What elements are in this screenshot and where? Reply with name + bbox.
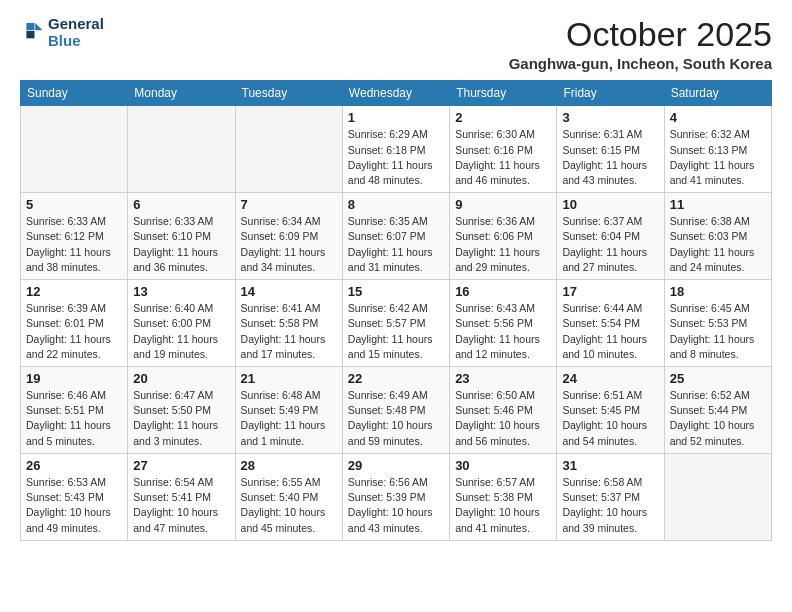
day-number: 31 <box>562 458 658 473</box>
calendar-cell: 11 Sunrise: 6:38 AMSunset: 6:03 PMDaylig… <box>664 193 771 280</box>
page: General Blue October 2025 Ganghwa-gun, I… <box>0 0 792 551</box>
day-info: Sunrise: 6:48 AMSunset: 5:49 PMDaylight:… <box>241 389 326 447</box>
logo-icon <box>22 20 44 42</box>
day-info: Sunrise: 6:37 AMSunset: 6:04 PMDaylight:… <box>562 215 647 273</box>
calendar-cell: 16 Sunrise: 6:43 AMSunset: 5:56 PMDaylig… <box>450 280 557 367</box>
day-info: Sunrise: 6:50 AMSunset: 5:46 PMDaylight:… <box>455 389 540 447</box>
calendar-cell: 4 Sunrise: 6:32 AMSunset: 6:13 PMDayligh… <box>664 106 771 193</box>
calendar-cell: 18 Sunrise: 6:45 AMSunset: 5:53 PMDaylig… <box>664 280 771 367</box>
location: Ganghwa-gun, Incheon, South Korea <box>509 55 772 72</box>
calendar-cell <box>21 106 128 193</box>
calendar-week-row: 19 Sunrise: 6:46 AMSunset: 5:51 PMDaylig… <box>21 367 772 454</box>
day-info: Sunrise: 6:29 AMSunset: 6:18 PMDaylight:… <box>348 128 433 186</box>
calendar-week-row: 1 Sunrise: 6:29 AMSunset: 6:18 PMDayligh… <box>21 106 772 193</box>
title-block: October 2025 Ganghwa-gun, Incheon, South… <box>509 16 772 72</box>
calendar-cell: 13 Sunrise: 6:40 AMSunset: 6:00 PMDaylig… <box>128 280 235 367</box>
day-number: 4 <box>670 110 766 125</box>
day-info: Sunrise: 6:54 AMSunset: 5:41 PMDaylight:… <box>133 476 218 534</box>
day-number: 21 <box>241 371 337 386</box>
calendar-cell: 7 Sunrise: 6:34 AMSunset: 6:09 PMDayligh… <box>235 193 342 280</box>
day-number: 12 <box>26 284 122 299</box>
calendar-week-row: 12 Sunrise: 6:39 AMSunset: 6:01 PMDaylig… <box>21 280 772 367</box>
day-number: 19 <box>26 371 122 386</box>
logo: General Blue <box>20 16 104 49</box>
day-header-monday: Monday <box>128 81 235 106</box>
calendar-week-row: 26 Sunrise: 6:53 AMSunset: 5:43 PMDaylig… <box>21 453 772 540</box>
calendar-cell: 10 Sunrise: 6:37 AMSunset: 6:04 PMDaylig… <box>557 193 664 280</box>
day-number: 22 <box>348 371 444 386</box>
calendar-cell: 1 Sunrise: 6:29 AMSunset: 6:18 PMDayligh… <box>342 106 449 193</box>
day-number: 27 <box>133 458 229 473</box>
calendar-header-row: SundayMondayTuesdayWednesdayThursdayFrid… <box>21 81 772 106</box>
day-number: 13 <box>133 284 229 299</box>
day-info: Sunrise: 6:38 AMSunset: 6:03 PMDaylight:… <box>670 215 755 273</box>
calendar-cell: 9 Sunrise: 6:36 AMSunset: 6:06 PMDayligh… <box>450 193 557 280</box>
calendar-cell: 17 Sunrise: 6:44 AMSunset: 5:54 PMDaylig… <box>557 280 664 367</box>
day-info: Sunrise: 6:56 AMSunset: 5:39 PMDaylight:… <box>348 476 433 534</box>
calendar-cell: 20 Sunrise: 6:47 AMSunset: 5:50 PMDaylig… <box>128 367 235 454</box>
day-number: 2 <box>455 110 551 125</box>
logo-line1: General <box>48 16 104 33</box>
calendar-cell: 19 Sunrise: 6:46 AMSunset: 5:51 PMDaylig… <box>21 367 128 454</box>
calendar-cell <box>664 453 771 540</box>
calendar-cell: 3 Sunrise: 6:31 AMSunset: 6:15 PMDayligh… <box>557 106 664 193</box>
calendar-cell: 8 Sunrise: 6:35 AMSunset: 6:07 PMDayligh… <box>342 193 449 280</box>
day-number: 3 <box>562 110 658 125</box>
day-header-tuesday: Tuesday <box>235 81 342 106</box>
day-info: Sunrise: 6:46 AMSunset: 5:51 PMDaylight:… <box>26 389 111 447</box>
calendar-cell: 14 Sunrise: 6:41 AMSunset: 5:58 PMDaylig… <box>235 280 342 367</box>
day-info: Sunrise: 6:36 AMSunset: 6:06 PMDaylight:… <box>455 215 540 273</box>
day-header-saturday: Saturday <box>664 81 771 106</box>
day-number: 25 <box>670 371 766 386</box>
calendar-cell: 27 Sunrise: 6:54 AMSunset: 5:41 PMDaylig… <box>128 453 235 540</box>
day-number: 16 <box>455 284 551 299</box>
day-number: 15 <box>348 284 444 299</box>
day-number: 20 <box>133 371 229 386</box>
day-number: 7 <box>241 197 337 212</box>
day-number: 14 <box>241 284 337 299</box>
day-info: Sunrise: 6:42 AMSunset: 5:57 PMDaylight:… <box>348 302 433 360</box>
day-number: 24 <box>562 371 658 386</box>
calendar-week-row: 5 Sunrise: 6:33 AMSunset: 6:12 PMDayligh… <box>21 193 772 280</box>
day-info: Sunrise: 6:58 AMSunset: 5:37 PMDaylight:… <box>562 476 647 534</box>
svg-marker-0 <box>35 22 42 29</box>
day-number: 18 <box>670 284 766 299</box>
day-info: Sunrise: 6:53 AMSunset: 5:43 PMDaylight:… <box>26 476 111 534</box>
day-header-friday: Friday <box>557 81 664 106</box>
day-number: 9 <box>455 197 551 212</box>
calendar-cell: 28 Sunrise: 6:55 AMSunset: 5:40 PMDaylig… <box>235 453 342 540</box>
day-number: 29 <box>348 458 444 473</box>
calendar-cell: 24 Sunrise: 6:51 AMSunset: 5:45 PMDaylig… <box>557 367 664 454</box>
calendar-cell: 23 Sunrise: 6:50 AMSunset: 5:46 PMDaylig… <box>450 367 557 454</box>
day-info: Sunrise: 6:33 AMSunset: 6:12 PMDaylight:… <box>26 215 111 273</box>
day-info: Sunrise: 6:52 AMSunset: 5:44 PMDaylight:… <box>670 389 755 447</box>
day-number: 8 <box>348 197 444 212</box>
day-header-sunday: Sunday <box>21 81 128 106</box>
calendar-cell: 30 Sunrise: 6:57 AMSunset: 5:38 PMDaylig… <box>450 453 557 540</box>
day-header-thursday: Thursday <box>450 81 557 106</box>
day-header-wednesday: Wednesday <box>342 81 449 106</box>
calendar-cell <box>235 106 342 193</box>
calendar-cell <box>128 106 235 193</box>
month-title: October 2025 <box>509 16 772 53</box>
day-number: 1 <box>348 110 444 125</box>
day-number: 11 <box>670 197 766 212</box>
day-number: 5 <box>26 197 122 212</box>
header: General Blue October 2025 Ganghwa-gun, I… <box>20 16 772 72</box>
day-info: Sunrise: 6:45 AMSunset: 5:53 PMDaylight:… <box>670 302 755 360</box>
day-number: 30 <box>455 458 551 473</box>
day-info: Sunrise: 6:47 AMSunset: 5:50 PMDaylight:… <box>133 389 218 447</box>
day-info: Sunrise: 6:51 AMSunset: 5:45 PMDaylight:… <box>562 389 647 447</box>
day-info: Sunrise: 6:57 AMSunset: 5:38 PMDaylight:… <box>455 476 540 534</box>
day-info: Sunrise: 6:49 AMSunset: 5:48 PMDaylight:… <box>348 389 433 447</box>
svg-rect-2 <box>26 31 34 38</box>
day-number: 28 <box>241 458 337 473</box>
day-info: Sunrise: 6:35 AMSunset: 6:07 PMDaylight:… <box>348 215 433 273</box>
day-number: 17 <box>562 284 658 299</box>
day-info: Sunrise: 6:30 AMSunset: 6:16 PMDaylight:… <box>455 128 540 186</box>
calendar-cell: 21 Sunrise: 6:48 AMSunset: 5:49 PMDaylig… <box>235 367 342 454</box>
svg-rect-1 <box>26 22 34 29</box>
day-number: 10 <box>562 197 658 212</box>
calendar-cell: 29 Sunrise: 6:56 AMSunset: 5:39 PMDaylig… <box>342 453 449 540</box>
day-info: Sunrise: 6:44 AMSunset: 5:54 PMDaylight:… <box>562 302 647 360</box>
